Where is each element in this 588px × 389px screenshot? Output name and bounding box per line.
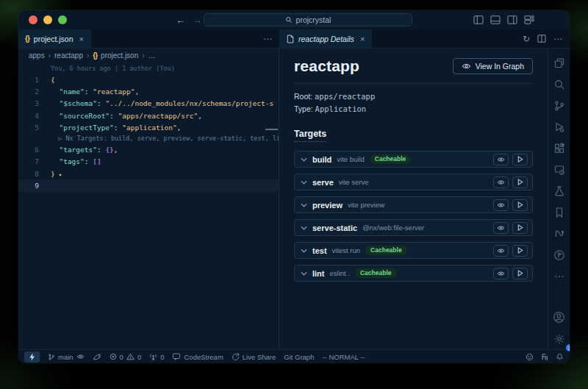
chevron-down-icon[interactable] [301, 203, 307, 207]
code-line[interactable]: 1{ [18, 74, 279, 85]
back-arrow-icon[interactable]: ← [176, 15, 185, 26]
view-target-button[interactable] [493, 176, 509, 188]
line-text: "$schema": "../../node_modules/nx/schema… [51, 99, 273, 107]
run-target-button[interactable] [512, 176, 528, 188]
eye-icon [497, 179, 505, 185]
close-tab-icon[interactable]: × [79, 35, 84, 43]
breadcrumb-item[interactable]: reactapp [54, 51, 83, 60]
status-bar: main 0 0 0 CodeStream Live Share Git Gra… [18, 349, 570, 363]
target-command: vite serve [339, 178, 369, 186]
json-file-icon: {} [93, 51, 97, 60]
code-line[interactable]: 5 "projectType": "application", [18, 121, 279, 133]
run-target-button[interactable] [512, 222, 528, 234]
explorer-icon[interactable] [548, 52, 570, 74]
code-editor[interactable]: You, 6 hours ago | 1 author (You)1{2 "na… [18, 62, 279, 349]
code-line[interactable]: 2 "name": "reactapp", [18, 85, 279, 97]
settings-gear-icon[interactable]: 1 [548, 328, 570, 349]
bell-icon[interactable] [556, 353, 564, 361]
line-number: 2 [18, 88, 51, 96]
code-line[interactable]: 7 "tags": [] [18, 156, 279, 168]
code-line[interactable]: 3 "$schema": "../../node_modules/nx/sche… [18, 98, 279, 110]
line-number: 9 [18, 182, 51, 190]
vim-mode-indicator[interactable]: -- NORMAL -- [322, 353, 365, 361]
chevron-down-icon[interactable] [301, 157, 307, 162]
chevron-down-icon[interactable] [301, 271, 307, 276]
forward-arrow-icon[interactable]: → [193, 15, 202, 26]
code-line[interactable]: You, 6 hours ago | 1 author (You) [18, 63, 279, 74]
close-tab-icon[interactable]: × [360, 35, 365, 43]
branch-icon [48, 353, 55, 361]
more-views-icon[interactable] [548, 265, 570, 287]
target-row-serve[interactable]: serve vite serve [294, 174, 533, 190]
refresh-icon[interactable]: ↻ [523, 34, 530, 44]
format-bars-icon[interactable] [541, 353, 548, 361]
target-row-serve-static[interactable]: serve-static @nx/web:file-server [294, 219, 533, 236]
tab-project-json[interactable]: {} project.json × [18, 29, 91, 48]
remote-explorer-icon[interactable] [548, 159, 570, 180]
breadcrumb-item[interactable]: apps [29, 51, 45, 60]
view-target-button[interactable] [493, 268, 509, 279]
extensions-icon[interactable] [548, 138, 570, 159]
bookmarks-icon[interactable] [548, 201, 570, 223]
codestream-item[interactable]: CodeStream [172, 353, 223, 361]
root-label: Root: [294, 92, 312, 101]
breadcrumb-item[interactable]: project.json [101, 51, 138, 60]
target-row-lint[interactable]: lint eslint . Cacheable [294, 265, 533, 282]
toggle-sidebar-icon[interactable] [473, 15, 484, 24]
code-line[interactable]: 6 "targets": {}, [18, 143, 279, 155]
target-row-test[interactable]: test vitest run Cacheable [294, 242, 533, 259]
extension-bird-icon[interactable] [93, 353, 101, 360]
split-editor-icon[interactable] [537, 35, 546, 43]
left-tab-group: {} project.json × ⋯ [18, 29, 279, 48]
run-target-button[interactable] [512, 154, 528, 165]
maximize-window-button[interactable] [58, 15, 67, 24]
feedback-smiley-icon[interactable] [526, 353, 534, 361]
code-line[interactable]: 8} ✦ [18, 168, 279, 179]
chevron-down-icon[interactable] [301, 249, 307, 253]
breadcrumb-item[interactable]: … [148, 51, 156, 60]
run-target-button[interactable] [512, 199, 528, 211]
tab-bar: {} project.json × ⋯ reactapp Details × ↻… [18, 29, 570, 49]
code-line[interactable]: 9 [18, 179, 279, 191]
chevron-down-icon[interactable] [301, 180, 307, 185]
ports-item[interactable]: 0 [149, 353, 164, 361]
view-target-button[interactable] [493, 154, 509, 165]
type-value: Application [315, 104, 367, 113]
gitgraph-item[interactable]: Git Graph [284, 353, 314, 361]
remote-indicator[interactable] [24, 351, 40, 363]
editor-actions-more-icon[interactable]: ⋯ [263, 34, 272, 44]
flag-circle-icon[interactable] [548, 244, 570, 265]
search-icon[interactable] [548, 74, 570, 95]
more-actions-icon[interactable]: ⋯ [553, 34, 562, 44]
account-icon[interactable] [548, 307, 570, 328]
code-line[interactable]: 4 "sourceRoot": "apps/reactapp/src", [18, 110, 279, 121]
code-line[interactable]: ▷ Nx Targets: build, serve, preview, ser… [18, 133, 279, 143]
customize-layout-icon[interactable] [524, 15, 534, 24]
chevron-down-icon[interactable] [301, 226, 307, 230]
view-target-button[interactable] [493, 222, 509, 234]
toggle-panel-icon[interactable] [490, 15, 501, 24]
toggle-secondary-sidebar-icon[interactable] [507, 15, 517, 24]
git-branch-item[interactable]: main [48, 353, 85, 361]
problems-item[interactable]: 0 0 [110, 353, 142, 361]
eye-icon [497, 248, 505, 254]
source-control-icon[interactable] [548, 95, 570, 116]
close-window-button[interactable] [29, 15, 37, 24]
line-number: 7 [18, 157, 51, 165]
view-target-button[interactable] [493, 245, 509, 257]
view-target-button[interactable] [493, 199, 509, 211]
command-center-search[interactable]: projcrystal [204, 13, 412, 26]
minimize-window-button[interactable] [43, 15, 52, 24]
run-target-button[interactable] [512, 245, 528, 257]
project-meta: Root: apps/reactapp Type: Application [294, 90, 533, 115]
target-row-preview[interactable]: preview vite preview [294, 196, 533, 213]
testing-icon[interactable] [548, 180, 570, 201]
liveshare-item[interactable]: Live Share [232, 353, 276, 361]
nx-console-icon[interactable] [548, 223, 570, 244]
target-row-build[interactable]: build vite build Cacheable [294, 151, 533, 168]
run-debug-icon[interactable] [548, 116, 570, 138]
play-icon [517, 201, 523, 208]
view-in-graph-button[interactable]: View In Graph [453, 58, 533, 74]
run-target-button[interactable] [512, 268, 528, 279]
tab-reactapp-details[interactable]: reactapp Details × [280, 29, 372, 48]
